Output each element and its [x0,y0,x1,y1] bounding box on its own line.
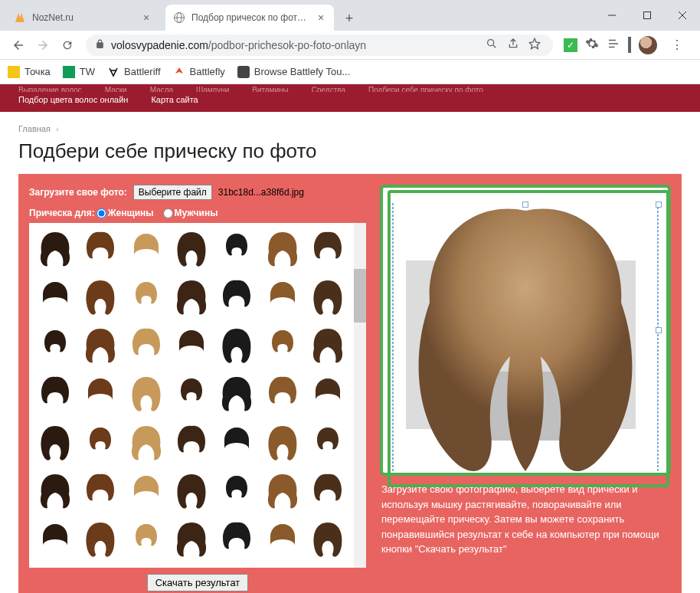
radio-men[interactable] [163,208,173,218]
hairstyle-option[interactable] [216,324,258,367]
nav-item[interactable]: Масла [150,86,173,90]
hairstyle-option[interactable] [170,372,212,415]
hairstyle-option[interactable] [216,228,258,270]
forward-button[interactable] [32,34,54,56]
bookmark-tochka[interactable]: Точка [8,66,51,78]
tab-hairpicker[interactable]: Подбор причесок по фото онла × [165,5,334,31]
bookmark-battleriff[interactable]: Battleriff [107,66,160,78]
nav-item[interactable]: Средства [312,86,345,90]
hairstyle-option[interactable] [125,518,167,561]
gender-row: Прическа для: Женщины Мужчины [29,208,366,218]
close-icon[interactable]: × [316,12,326,23]
hairstyle-option[interactable] [125,276,167,319]
scrollbar-thumb[interactable] [354,269,366,323]
breadcrumb-home[interactable]: Главная [18,124,51,133]
hairstyle-option[interactable] [261,276,303,319]
tab-label: Подбор причесок по фото онла [191,12,311,23]
hairstyle-option[interactable] [125,372,167,415]
extension-checkmark-icon[interactable]: ✓ [564,38,577,52]
hairstyle-option[interactable] [79,276,121,319]
extension-gear-icon[interactable] [585,37,599,54]
address-bar[interactable]: volosvypadenie.com/podbor-prichesok-po-f… [86,34,553,56]
bookmark-tw[interactable]: TW [63,66,95,78]
hairstyle-option[interactable] [170,470,212,513]
profile-avatar[interactable] [639,36,657,54]
radio-men-label[interactable]: Мужчины [175,208,218,218]
hairstyle-option[interactable] [34,228,76,270]
hairstyle-option[interactable] [261,470,303,513]
hairstyle-option[interactable] [34,421,76,464]
hairstyle-option[interactable] [125,470,167,513]
browser-toolbar: volosvypadenie.com/podbor-prichesok-po-f… [0,31,700,60]
share-icon[interactable] [507,38,519,52]
hairstyle-option[interactable] [34,372,76,415]
nav-item[interactable]: Карта сайта [151,95,198,104]
selection-handle[interactable] [656,201,662,208]
hairstyle-option[interactable] [261,324,303,367]
hairstyle-option[interactable] [261,518,303,561]
minimize-button[interactable] [594,0,630,31]
preview-frame[interactable] [380,185,671,476]
hairstyle-option[interactable] [216,276,258,319]
hairstyle-option[interactable] [79,324,121,367]
hairstyle-option[interactable] [125,421,167,464]
nav-item[interactable]: Подбери себе прическу по фото [368,86,483,90]
download-result-button[interactable]: Скачать результат [147,574,249,591]
close-window-button[interactable] [665,0,700,31]
hairstyle-option[interactable] [170,228,212,270]
search-icon[interactable] [486,38,498,52]
maximize-button[interactable] [630,0,665,31]
hairstyle-option[interactable] [34,518,76,561]
hairstyle-option[interactable] [79,228,121,270]
new-tab-button[interactable]: + [339,8,360,29]
star-icon[interactable] [528,38,541,52]
hairstyle-option[interactable] [307,518,349,561]
hairstyle-option[interactable] [307,421,349,464]
selection-handle[interactable] [656,327,662,333]
hairstyle-option[interactable] [170,421,212,464]
hairstyle-option[interactable] [307,372,349,415]
reload-button[interactable] [57,34,78,56]
hairstyle-option[interactable] [34,324,76,367]
choose-file-button[interactable]: Выберите файл [133,185,212,200]
hairstyle-option[interactable] [170,324,212,367]
nav-item[interactable]: Маски [105,86,127,90]
hairstyle-option[interactable] [307,228,349,270]
hairstyle-option[interactable] [307,324,349,367]
hairstyle-option[interactable] [79,372,121,415]
hairstyle-option[interactable] [261,372,303,415]
tab-noznet[interactable]: NozNet.ru × [6,5,159,31]
hairstyle-option[interactable] [216,372,258,415]
hairstyle-option[interactable] [79,518,121,561]
hairstyle-option[interactable] [307,470,349,513]
hairstyle-option[interactable] [216,518,258,561]
extension-list-icon[interactable] [607,37,620,54]
hairstyle-option[interactable] [34,470,76,513]
radio-women[interactable] [96,208,106,218]
hairstyle-option[interactable] [125,228,167,270]
hairstyle-option[interactable] [261,228,303,270]
close-icon[interactable]: × [141,12,152,23]
nav-item[interactable]: Витамины [252,86,288,90]
bookmark-battlefy[interactable]: Browse Battlefy Tou... [237,66,351,78]
hairstyle-option[interactable] [261,421,303,464]
hairstyle-option[interactable] [79,470,121,513]
nav-item[interactable]: Выпадение волос [18,86,82,90]
hairstyle-option[interactable] [216,470,258,513]
menu-button[interactable]: ⋮ [665,38,689,52]
hairstyle-option[interactable] [216,421,258,464]
back-button[interactable] [8,34,29,56]
hair-overlay[interactable] [403,195,648,476]
radio-women-label[interactable]: Женщины [108,208,154,218]
hairstyle-option[interactable] [307,276,349,319]
hairstyle-option[interactable] [170,518,212,561]
bookmark-battlefly[interactable]: Battlefly [173,66,225,78]
hairstyle-option[interactable] [34,276,76,319]
extension-square-icon[interactable] [628,38,631,52]
hairstyle-option[interactable] [170,276,212,319]
hairstyle-option[interactable] [125,324,167,367]
hairstyle-option[interactable] [79,421,121,464]
nav-item[interactable]: Шампуни [196,86,229,90]
bookmarks-bar: Точка TW Battleriff Battlefly Browse Bat… [0,60,700,84]
nav-item[interactable]: Подбор цвета волос онлайн [18,95,128,104]
